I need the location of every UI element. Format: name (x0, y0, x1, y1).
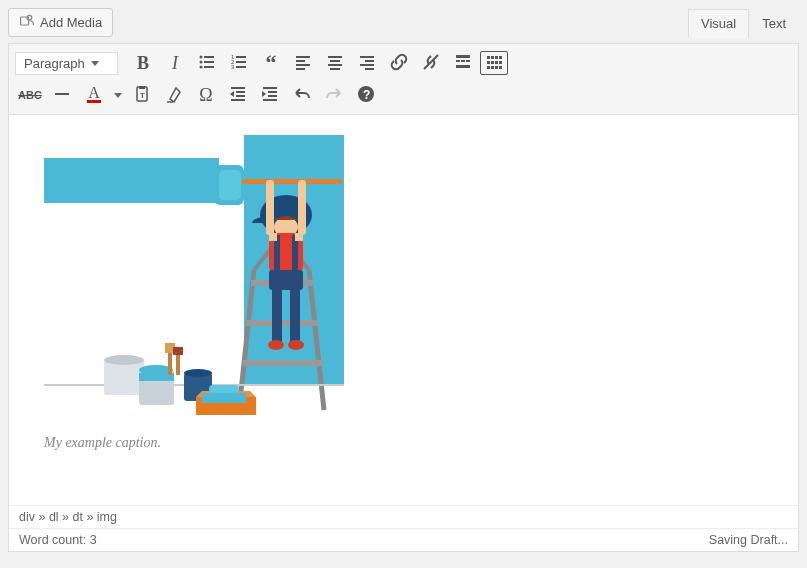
svg-rect-31 (456, 65, 470, 68)
svg-rect-79 (266, 180, 274, 235)
align-center-icon (325, 52, 345, 75)
svg-rect-7 (204, 66, 214, 68)
svg-rect-56 (263, 99, 277, 101)
svg-rect-3 (204, 56, 214, 58)
align-right-button[interactable] (352, 48, 382, 78)
format-label: Paragraph (24, 56, 85, 71)
svg-rect-82 (290, 287, 300, 342)
svg-rect-99 (202, 393, 246, 403)
svg-rect-29 (461, 60, 465, 62)
chevron-down-icon (114, 93, 122, 98)
painter-illustration (44, 135, 344, 425)
svg-text:T: T (140, 91, 145, 100)
svg-rect-9 (236, 56, 246, 58)
text-color-icon: A (87, 87, 101, 103)
svg-marker-52 (230, 91, 234, 97)
text-color-button[interactable]: A (79, 80, 109, 110)
svg-point-83 (268, 340, 284, 350)
toolbar-toggle-icon (484, 52, 504, 75)
help-icon: ? (356, 84, 376, 107)
svg-rect-36 (487, 61, 490, 64)
horizontal-rule-icon (52, 84, 72, 107)
special-character-button[interactable]: Ω (191, 80, 221, 110)
omega-icon: Ω (199, 85, 212, 106)
help-button[interactable]: ? (351, 80, 381, 110)
paste-text-button[interactable]: T (127, 80, 157, 110)
svg-point-84 (288, 340, 304, 350)
svg-rect-21 (330, 68, 340, 70)
svg-text:?: ? (363, 88, 370, 102)
svg-rect-43 (499, 66, 502, 69)
svg-rect-14 (296, 56, 310, 58)
svg-rect-42 (495, 66, 498, 69)
strikethrough-button[interactable]: ABC (15, 80, 45, 110)
svg-text:3: 3 (231, 64, 235, 70)
undo-button[interactable] (287, 80, 317, 110)
unlink-button[interactable] (416, 48, 446, 78)
chevron-down-icon (91, 61, 99, 66)
svg-rect-54 (268, 91, 277, 93)
indent-button[interactable] (255, 80, 285, 110)
redo-button[interactable] (319, 80, 349, 110)
align-left-icon (293, 52, 313, 75)
numbered-list-button[interactable]: 123 (224, 48, 254, 78)
word-count: Word count: 3 (19, 533, 97, 547)
svg-rect-17 (296, 68, 305, 70)
align-left-button[interactable] (288, 48, 318, 78)
paste-text-icon: T (132, 84, 152, 107)
tab-text[interactable]: Text (749, 9, 799, 38)
clear-formatting-icon (164, 84, 184, 107)
svg-point-4 (200, 60, 203, 63)
svg-point-2 (200, 55, 203, 58)
svg-rect-96 (173, 347, 183, 355)
svg-rect-15 (296, 60, 305, 62)
svg-marker-57 (262, 91, 266, 97)
horizontal-rule-button[interactable] (47, 80, 77, 110)
italic-button[interactable]: I (160, 48, 190, 78)
read-more-button[interactable] (448, 48, 478, 78)
svg-rect-20 (328, 64, 342, 66)
svg-rect-28 (456, 60, 460, 62)
svg-rect-86 (104, 360, 144, 395)
svg-rect-46 (139, 86, 145, 89)
image-caption[interactable]: My example caption. (44, 435, 763, 451)
editor-content[interactable]: My example caption. (9, 115, 798, 505)
blockquote-button[interactable]: “ (256, 48, 286, 78)
svg-rect-53 (263, 87, 277, 89)
element-path[interactable]: div » dl » dt » img (9, 505, 798, 528)
svg-rect-5 (204, 61, 214, 63)
format-dropdown[interactable]: Paragraph (15, 52, 118, 75)
media-icon (19, 13, 35, 32)
svg-rect-40 (487, 66, 490, 69)
svg-rect-51 (231, 99, 245, 101)
read-more-icon (453, 52, 473, 75)
add-media-label: Add Media (40, 15, 102, 30)
svg-rect-25 (365, 68, 374, 70)
align-center-button[interactable] (320, 48, 350, 78)
tab-visual[interactable]: Visual (688, 9, 749, 38)
svg-rect-64 (242, 179, 342, 184)
svg-rect-69 (243, 360, 323, 366)
svg-rect-95 (176, 353, 180, 375)
text-color-chevron[interactable] (111, 80, 125, 110)
svg-rect-19 (330, 60, 340, 62)
blockquote-icon: “ (266, 50, 277, 76)
bullet-list-button[interactable] (192, 48, 222, 78)
svg-rect-34 (495, 56, 498, 59)
inserted-image[interactable] (44, 135, 344, 425)
svg-rect-44 (55, 93, 69, 95)
svg-rect-23 (365, 60, 374, 62)
indent-icon (260, 84, 280, 107)
clear-formatting-button[interactable] (159, 80, 189, 110)
editor-container: Paragraph B I 123 “ ABC A (8, 43, 799, 552)
svg-rect-37 (491, 61, 494, 64)
outdent-button[interactable] (223, 80, 253, 110)
add-media-button[interactable]: Add Media (8, 8, 113, 37)
bold-button[interactable]: B (128, 48, 158, 78)
link-button[interactable] (384, 48, 414, 78)
toolbar-toggle-button[interactable] (480, 51, 508, 75)
svg-rect-18 (328, 56, 342, 58)
svg-rect-24 (360, 64, 374, 66)
svg-rect-55 (268, 95, 277, 97)
svg-rect-30 (466, 60, 470, 62)
